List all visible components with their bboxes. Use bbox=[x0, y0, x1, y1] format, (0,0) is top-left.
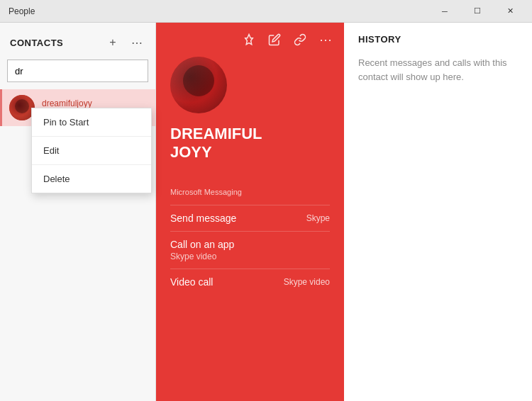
video-call-row: Video call Skype video bbox=[170, 269, 330, 295]
search-input[interactable] bbox=[7, 60, 148, 82]
contacts-panel: CONTACTS + ⋯ dreamifuljoyy dr... Pin to … bbox=[0, 23, 156, 401]
more-dots-icon: ⋯ bbox=[319, 32, 332, 47]
detail-avatar-section: DREAMIFUL JOYY bbox=[156, 57, 344, 176]
video-call-app-label: Skype video bbox=[284, 277, 330, 287]
contact-full-name: DREAMIFUL JOYY bbox=[170, 125, 262, 162]
window-controls: ─ ☐ ✕ bbox=[428, 0, 526, 23]
edit-menuitem[interactable]: Edit bbox=[32, 137, 151, 164]
delete-menuitem[interactable]: Delete bbox=[32, 165, 151, 193]
history-empty-text: Recent messages and calls with this cont… bbox=[358, 56, 518, 84]
context-menu: Pin to Start Edit Delete bbox=[31, 108, 152, 193]
close-button[interactable]: ✕ bbox=[494, 0, 526, 23]
video-call-button[interactable]: Video call bbox=[170, 276, 213, 288]
messaging-app-label: Microsoft Messaging bbox=[170, 188, 330, 196]
pin-icon-button[interactable] bbox=[238, 28, 260, 51]
contacts-header: CONTACTS + ⋯ bbox=[0, 23, 155, 60]
call-on-app-button[interactable]: Call on an app bbox=[170, 239, 330, 250]
main-layout: CONTACTS + ⋯ dreamifuljoyy dr... Pin to … bbox=[0, 23, 532, 401]
history-title: HISTORY bbox=[358, 34, 518, 45]
call-on-app-sub-label: Skype video bbox=[170, 252, 330, 261]
pin-icon bbox=[243, 33, 255, 46]
maximize-button[interactable]: ☐ bbox=[461, 0, 494, 23]
minimize-button[interactable]: ─ bbox=[428, 0, 461, 23]
edit-icon bbox=[268, 33, 281, 46]
link-icon-button[interactable] bbox=[289, 28, 311, 51]
send-message-app-label: Skype bbox=[306, 213, 330, 223]
call-on-app-row: Call on an app Skype video bbox=[170, 231, 330, 269]
title-bar: People ─ ☐ ✕ bbox=[0, 0, 532, 23]
detail-more-button[interactable]: ⋯ bbox=[314, 28, 337, 51]
add-contact-button[interactable]: + bbox=[103, 33, 123, 52]
contact-detail-panel: ⋯ DREAMIFUL JOYY Microsoft Messaging Sen… bbox=[156, 23, 344, 401]
history-panel: HISTORY Recent messages and calls with t… bbox=[344, 23, 532, 401]
edit-icon-button[interactable] bbox=[263, 28, 286, 51]
search-box bbox=[7, 60, 148, 82]
more-options-button[interactable]: ⋯ bbox=[127, 33, 147, 52]
pin-to-start-menuitem[interactable]: Pin to Start bbox=[32, 108, 151, 136]
send-message-button[interactable]: Send message bbox=[170, 213, 236, 224]
detail-toolbar: ⋯ bbox=[156, 23, 344, 57]
link-icon bbox=[294, 33, 306, 46]
contacts-header-icons: + ⋯ bbox=[103, 33, 147, 52]
detail-avatar bbox=[170, 57, 227, 113]
send-message-row: Send message Skype bbox=[170, 205, 330, 231]
contacts-title: CONTACTS bbox=[10, 38, 63, 48]
app-title: People bbox=[9, 6, 35, 16]
contact-name: dreamifuljoyy bbox=[42, 98, 148, 108]
detail-actions-section: Microsoft Messaging Send message Skype C… bbox=[156, 176, 344, 300]
